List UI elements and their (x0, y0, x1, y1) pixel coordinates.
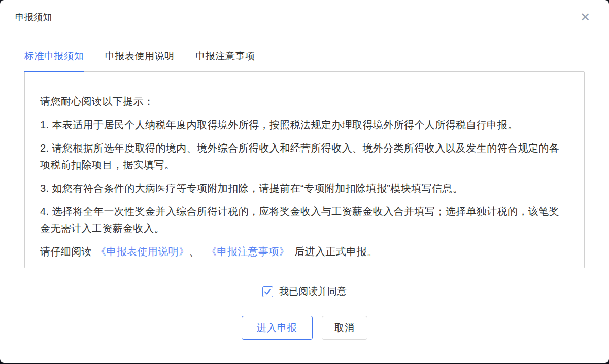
notice-intro: 请您耐心阅读以下提示： (40, 93, 569, 110)
agreement-label[interactable]: 我已阅读并同意 (279, 285, 347, 298)
tab-declaration-notes[interactable]: 申报注意事项 (196, 50, 255, 72)
declaration-notes-link[interactable]: 《申报注意事项》 (207, 246, 289, 257)
form-instructions-link[interactable]: 《申报表使用说明》 (96, 246, 189, 257)
actions-row: 进入申报 取消 (0, 316, 609, 340)
enter-declaration-button[interactable]: 进入申报 (242, 316, 313, 340)
notice-item-1: 1. 本表适用于居民个人纳税年度内取得境外所得，按照税法规定办理取得境外所得个人… (40, 117, 569, 133)
notice-item-2: 2. 请您根据所选年度取得的境内、境外综合所得收入和经营所得收入、境外分类所得收… (40, 140, 569, 173)
notice-footer: 请仔细阅读《申报表使用说明》、《申报注意事项》后进入正式申报。 (40, 243, 569, 260)
checkmark-icon (264, 288, 272, 295)
declaration-notice-dialog: 申报须知 ✕ 标准申报须知 申报表使用说明 申报注意事项 请您耐心阅读以下提示：… (0, 0, 609, 363)
dialog-header: 申报须知 ✕ (0, 0, 609, 34)
agree-checkbox[interactable] (262, 286, 273, 297)
close-icon: ✕ (580, 10, 590, 24)
notice-footer-suffix: 后进入正式申报。 (294, 246, 377, 257)
tab-bar: 标准申报须知 申报表使用说明 申报注意事项 (24, 50, 585, 72)
close-button[interactable]: ✕ (577, 9, 594, 26)
notice-item-3: 3. 如您有符合条件的大病医疗等专项附加扣除，请提前在“专项附加扣除填报”模块填… (40, 180, 569, 197)
dialog-title: 申报须知 (15, 11, 52, 23)
tab-standard-notice[interactable]: 标准申报须知 (24, 50, 84, 72)
notice-item-4: 4. 选择将全年一次性奖金并入综合所得计税的，应将奖金收入与工资薪金收入合并填写… (40, 203, 569, 237)
tab-form-instructions[interactable]: 申报表使用说明 (105, 50, 175, 72)
cancel-button[interactable]: 取消 (322, 316, 367, 340)
agreement-row: 我已阅读并同意 (0, 285, 609, 298)
notice-footer-prefix: 请仔细阅读 (40, 246, 92, 257)
notice-content-box: 请您耐心阅读以下提示： 1. 本表适用于居民个人纳税年度内取得境外所得，按照税法… (24, 71, 585, 268)
link-separator: 、 (189, 246, 199, 257)
